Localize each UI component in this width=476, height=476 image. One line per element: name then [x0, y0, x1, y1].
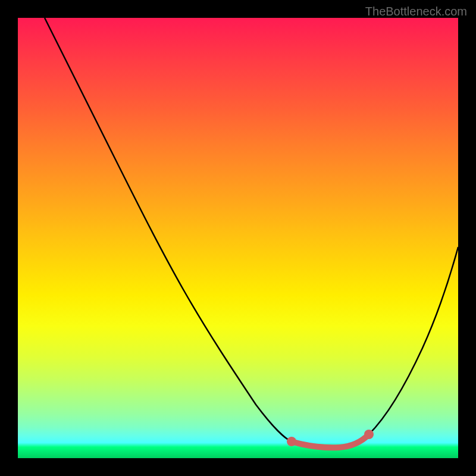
watermark-text: TheBottleneck.com	[365, 5, 467, 18]
chart-curves	[18, 18, 458, 458]
marker-end-dot	[364, 430, 374, 439]
chart-container: TheBottleneck.com	[0, 0, 476, 476]
right-curve	[369, 247, 458, 434]
bottom-marker-segment	[292, 434, 369, 447]
left-curve	[45, 18, 292, 441]
plot-area	[18, 18, 458, 458]
marker-start-dot	[287, 437, 296, 446]
